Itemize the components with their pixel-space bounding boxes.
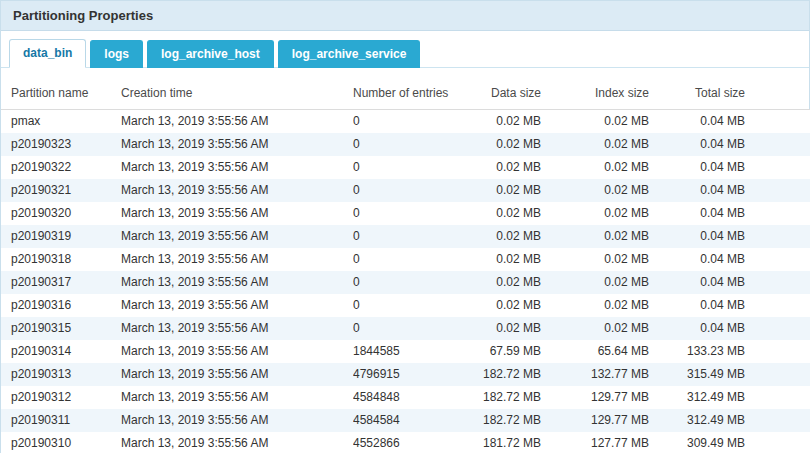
cell-total-size: 0.04 MB [649, 225, 810, 248]
cell-index-size: 0.02 MB [541, 271, 649, 294]
table-row: p20190321 March 13, 2019 3:55:56 AM 0 0.… [1, 179, 810, 202]
cell-data-size: 0.02 MB [473, 317, 541, 340]
cell-data-size: 0.02 MB [473, 156, 541, 179]
cell-total-size: 133.23 MB [649, 340, 810, 363]
cell-number-of-entries: 0 [353, 271, 473, 294]
cell-creation-time: March 13, 2019 3:55:56 AM [121, 386, 353, 409]
table-row: p20190317 March 13, 2019 3:55:56 AM 0 0.… [1, 271, 810, 294]
cell-creation-time: March 13, 2019 3:55:56 AM [121, 225, 353, 248]
cell-index-size: 0.02 MB [541, 156, 649, 179]
cell-number-of-entries: 0 [353, 156, 473, 179]
cell-data-size: 0.02 MB [473, 133, 541, 156]
cell-number-of-entries: 0 [353, 248, 473, 271]
cell-number-of-entries: 4584848 [353, 386, 473, 409]
cell-creation-time: March 13, 2019 3:55:56 AM [121, 156, 353, 179]
cell-partition-name: pmax [1, 110, 121, 133]
cell-number-of-entries: 1844585 [353, 340, 473, 363]
cell-data-size: 0.02 MB [473, 294, 541, 317]
cell-number-of-entries: 0 [353, 225, 473, 248]
cell-index-size: 0.02 MB [541, 110, 649, 133]
cell-data-size: 0.02 MB [473, 248, 541, 271]
cell-creation-time: March 13, 2019 3:55:56 AM [121, 340, 353, 363]
cell-total-size: 0.04 MB [649, 248, 810, 271]
cell-index-size: 129.77 MB [541, 409, 649, 432]
cell-number-of-entries: 0 [353, 294, 473, 317]
cell-total-size: 0.04 MB [649, 179, 810, 202]
tab-log-archive-host[interactable]: log_archive_host [147, 40, 274, 68]
panel-title: Partitioning Properties [1, 1, 809, 31]
table-header-row: Partition name Creation time Number of e… [1, 80, 810, 110]
cell-total-size: 312.49 MB [649, 409, 810, 432]
cell-partition-name: p20190312 [1, 386, 121, 409]
table-row: p20190310 March 13, 2019 3:55:56 AM 4552… [1, 432, 810, 453]
cell-partition-name: p20190315 [1, 317, 121, 340]
cell-data-size: 67.59 MB [473, 340, 541, 363]
cell-index-size: 129.77 MB [541, 386, 649, 409]
cell-creation-time: March 13, 2019 3:55:56 AM [121, 133, 353, 156]
cell-number-of-entries: 0 [353, 133, 473, 156]
cell-data-size: 181.72 MB [473, 432, 541, 453]
cell-number-of-entries: 0 [353, 110, 473, 133]
cell-creation-time: March 13, 2019 3:55:56 AM [121, 409, 353, 432]
cell-creation-time: March 13, 2019 3:55:56 AM [121, 294, 353, 317]
cell-total-size: 0.04 MB [649, 110, 810, 133]
cell-index-size: 0.02 MB [541, 317, 649, 340]
cell-index-size: 127.77 MB [541, 432, 649, 453]
column-header-total-size: Total size [649, 80, 810, 110]
tab-data-bin[interactable]: data_bin [9, 39, 86, 68]
cell-number-of-entries: 0 [353, 202, 473, 225]
cell-index-size: 0.02 MB [541, 294, 649, 317]
cell-partition-name: p20190320 [1, 202, 121, 225]
cell-partition-name: p20190318 [1, 248, 121, 271]
table-row: p20190318 March 13, 2019 3:55:56 AM 0 0.… [1, 248, 810, 271]
cell-data-size: 182.72 MB [473, 386, 541, 409]
partitions-table: Partition name Creation time Number of e… [1, 80, 810, 453]
table-row: p20190311 March 13, 2019 3:55:56 AM 4584… [1, 409, 810, 432]
cell-creation-time: March 13, 2019 3:55:56 AM [121, 317, 353, 340]
table-row: p20190313 March 13, 2019 3:55:56 AM 4796… [1, 363, 810, 386]
cell-partition-name: p20190314 [1, 340, 121, 363]
cell-total-size: 0.04 MB [649, 317, 810, 340]
column-header-creation-time: Creation time [121, 80, 353, 110]
cell-total-size: 0.04 MB [649, 156, 810, 179]
table-row: p20190320 March 13, 2019 3:55:56 AM 0 0.… [1, 202, 810, 225]
tab-log-archive-service[interactable]: log_archive_service [278, 40, 421, 68]
table-row: p20190312 March 13, 2019 3:55:56 AM 4584… [1, 386, 810, 409]
cell-creation-time: March 13, 2019 3:55:56 AM [121, 179, 353, 202]
column-header-index-size: Index size [541, 80, 649, 110]
table-row: p20190323 March 13, 2019 3:55:56 AM 0 0.… [1, 133, 810, 156]
cell-number-of-entries: 4552866 [353, 432, 473, 453]
cell-creation-time: March 13, 2019 3:55:56 AM [121, 202, 353, 225]
table-row: p20190315 March 13, 2019 3:55:56 AM 0 0.… [1, 317, 810, 340]
cell-index-size: 0.02 MB [541, 133, 649, 156]
cell-partition-name: p20190319 [1, 225, 121, 248]
column-header-partition-name: Partition name [1, 80, 121, 110]
cell-data-size: 0.02 MB [473, 202, 541, 225]
partitioning-properties-panel: Partitioning Properties data_bin logs lo… [0, 0, 810, 453]
tab-strip: data_bin logs log_archive_host log_archi… [1, 31, 809, 68]
cell-data-size: 0.02 MB [473, 110, 541, 133]
cell-partition-name: p20190323 [1, 133, 121, 156]
cell-number-of-entries: 4796915 [353, 363, 473, 386]
cell-number-of-entries: 0 [353, 179, 473, 202]
cell-total-size: 0.04 MB [649, 133, 810, 156]
column-header-data-size: Data size [473, 80, 541, 110]
cell-creation-time: March 13, 2019 3:55:56 AM [121, 271, 353, 294]
cell-creation-time: March 13, 2019 3:55:56 AM [121, 110, 353, 133]
cell-total-size: 309.49 MB [649, 432, 810, 453]
cell-data-size: 0.02 MB [473, 179, 541, 202]
cell-data-size: 182.72 MB [473, 409, 541, 432]
tab-logs[interactable]: logs [90, 40, 143, 68]
cell-number-of-entries: 4584584 [353, 409, 473, 432]
cell-data-size: 0.02 MB [473, 225, 541, 248]
cell-number-of-entries: 0 [353, 317, 473, 340]
cell-index-size: 0.02 MB [541, 179, 649, 202]
cell-partition-name: p20190316 [1, 294, 121, 317]
cell-total-size: 0.04 MB [649, 294, 810, 317]
cell-creation-time: March 13, 2019 3:55:56 AM [121, 248, 353, 271]
cell-index-size: 0.02 MB [541, 202, 649, 225]
cell-partition-name: p20190322 [1, 156, 121, 179]
cell-partition-name: p20190310 [1, 432, 121, 453]
cell-index-size: 65.64 MB [541, 340, 649, 363]
cell-data-size: 0.02 MB [473, 271, 541, 294]
